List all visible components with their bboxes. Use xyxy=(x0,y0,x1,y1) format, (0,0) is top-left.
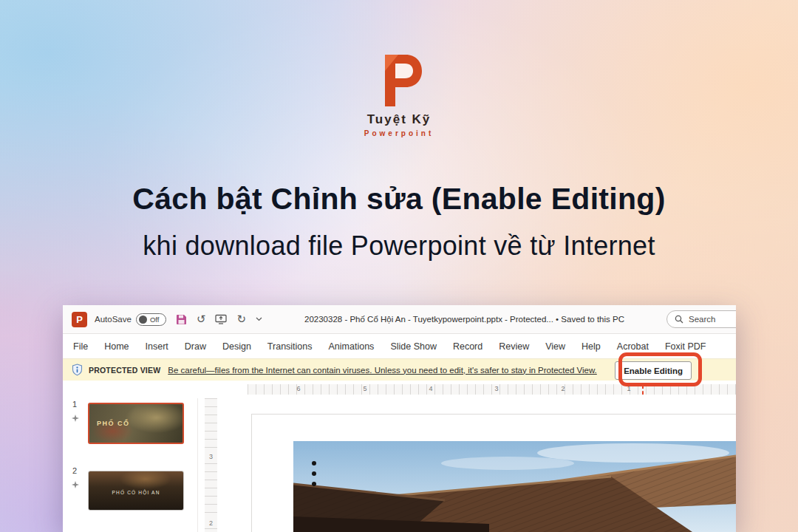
protected-view-message: Be careful—files from the Internet can c… xyxy=(168,366,614,375)
menu-item-slide-show[interactable]: Slide Show xyxy=(390,341,437,352)
powerpoint-window: P AutoSave Off ↺ ↻ 20230328 - Phố Cổ Hội… xyxy=(63,305,736,532)
menu-item-acrobat[interactable]: Acrobat xyxy=(617,341,649,352)
undo-icon[interactable]: ↺ xyxy=(197,314,206,325)
present-to-display-icon[interactable] xyxy=(215,314,227,324)
star-animation-icon xyxy=(72,478,79,491)
protected-view-banner: PROTECTED VIEW Be careful—files from the… xyxy=(63,358,736,381)
slide-2-caption: PHỐ CỔ HỘI AN xyxy=(89,490,183,495)
menu-item-design[interactable]: Design xyxy=(222,341,251,352)
menu-item-view[interactable]: View xyxy=(545,341,565,352)
vruler-number: 3 xyxy=(205,453,217,460)
slide-thumbnail-2[interactable]: PHỐ CỔ HỘI AN xyxy=(88,471,184,511)
protected-view-label: PROTECTED VIEW xyxy=(89,366,160,375)
search-icon xyxy=(675,315,683,324)
menu-item-insert[interactable]: Insert xyxy=(146,341,168,352)
horizontal-ruler: 6 5 4 3 2 1 xyxy=(63,381,736,398)
autosave-label: AutoSave xyxy=(95,315,132,324)
ruler-number: 1 xyxy=(627,385,630,392)
ruler-number: 2 xyxy=(561,385,565,392)
search-input[interactable]: Search xyxy=(666,310,736,328)
annotation-pointer-mark xyxy=(642,385,644,395)
ruler-number: 3 xyxy=(494,385,498,392)
star-animation-icon xyxy=(72,412,79,425)
toggle-knob-icon xyxy=(139,316,147,324)
menu-item-foxit-pdf[interactable]: Foxit PDF xyxy=(665,341,706,352)
brand-logo: Tuyệt Kỹ Powerpoint xyxy=(0,52,798,137)
slide-thumbnail-panel: 1 PHỐ CỔ 2 PHỐ CỔ HỘI AN xyxy=(63,398,198,532)
slide-number: 1 xyxy=(72,400,77,409)
ribbon-tabs: File Home Insert Draw Design Transitions… xyxy=(63,334,736,358)
powerpoint-app-icon[interactable]: P xyxy=(72,312,87,327)
ruler-number: 4 xyxy=(429,385,432,392)
redo-icon[interactable]: ↻ xyxy=(236,314,246,325)
menu-item-review[interactable]: Review xyxy=(499,341,529,352)
menu-item-animations[interactable]: Animations xyxy=(329,341,375,352)
ruler-number: 6 xyxy=(296,385,300,392)
vertical-ruler: 3 2 xyxy=(205,398,217,532)
search-placeholder: Search xyxy=(689,315,715,324)
autosave-toggle[interactable]: Off xyxy=(136,313,166,326)
menu-item-draw[interactable]: Draw xyxy=(185,341,206,352)
slide-number: 2 xyxy=(72,466,77,475)
page-title-line2: khi download file Powerpoint về từ Inter… xyxy=(0,231,798,262)
slide-photo xyxy=(293,441,736,532)
menu-item-home[interactable]: Home xyxy=(104,341,129,352)
menu-item-file[interactable]: File xyxy=(73,341,88,352)
toolbar-chevron-icon[interactable] xyxy=(256,317,262,321)
slide-thumbnail-1[interactable]: PHỐ CỔ xyxy=(88,403,184,444)
enable-editing-button[interactable]: Enable Editing xyxy=(615,361,692,380)
menu-item-help[interactable]: Help xyxy=(582,341,601,352)
vruler-number: 2 xyxy=(205,519,217,527)
ruler-ticks xyxy=(248,384,736,395)
document-title: 20230328 - Phố Cổ Hội An - Tuyetkypowerp… xyxy=(262,315,666,324)
slide-1-caption: PHỐ CỔ xyxy=(97,420,130,427)
save-icon[interactable] xyxy=(176,314,187,325)
titlebar: P AutoSave Off ↺ ↻ 20230328 - Phố Cổ Hội… xyxy=(63,305,736,333)
page-title-line1: Cách bật Chỉnh sửa (Enable Editing) xyxy=(0,182,798,216)
brand-subname: Powerpoint xyxy=(0,129,798,137)
menu-item-record[interactable]: Record xyxy=(453,341,482,352)
workspace: 1 PHỐ CỔ 2 PHỐ CỔ HỘI AN 3 2 xyxy=(63,398,736,532)
brand-logo-icon xyxy=(376,52,422,111)
brand-name: Tuyệt Kỹ xyxy=(0,112,798,127)
shield-info-icon xyxy=(72,364,83,376)
ruler-number: 5 xyxy=(363,385,366,392)
menu-item-transitions[interactable]: Transitions xyxy=(267,341,313,352)
page: { "hero": { "logo_letter": "P", "logo_na… xyxy=(0,0,798,532)
autosave-state: Off xyxy=(150,316,160,324)
